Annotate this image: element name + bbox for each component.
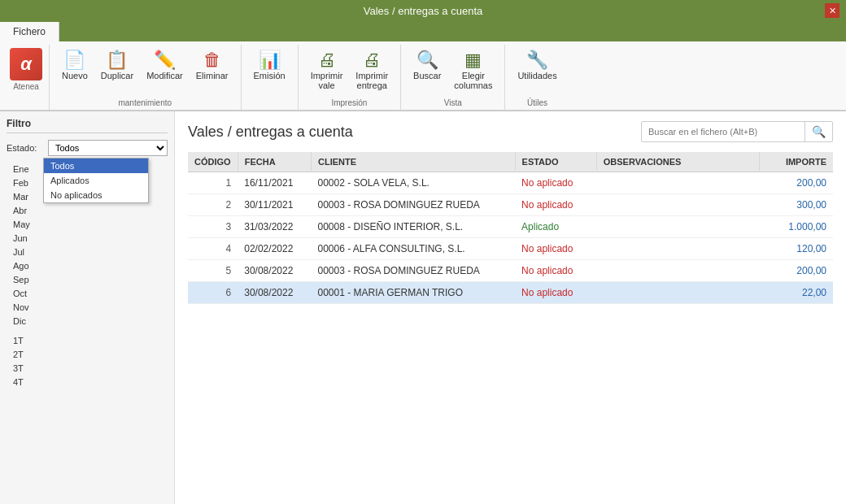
eliminar-button[interactable]: 🗑 Eliminar bbox=[190, 48, 234, 84]
cell-date: 30/08/2022 bbox=[238, 282, 311, 304]
dropdown-item-todos[interactable]: Todos bbox=[44, 159, 148, 173]
content-title: Vales / entregas a cuenta bbox=[188, 124, 353, 141]
impresion-label: Impresión bbox=[303, 97, 395, 110]
eliminar-icon: 🗑 bbox=[203, 51, 221, 69]
cell-observations bbox=[596, 238, 759, 260]
quarter-3t[interactable]: 3T bbox=[7, 362, 168, 375]
month-ago[interactable]: Ago bbox=[7, 259, 168, 272]
tab-fichero[interactable]: Fichero bbox=[0, 22, 59, 41]
search-box: 🔍 bbox=[641, 121, 833, 142]
duplicar-button[interactable]: 📋 Duplicar bbox=[95, 48, 139, 84]
imprimir-vale-button[interactable]: 🖨 Imprimir vale bbox=[305, 48, 349, 93]
month-sep[interactable]: Sep bbox=[7, 273, 168, 286]
search-button[interactable]: 🔍 bbox=[805, 122, 832, 141]
quarter-1t[interactable]: 1T bbox=[7, 334, 168, 347]
table-row[interactable]: 5 30/08/2022 00003 - ROSA DOMINGUEZ RUED… bbox=[188, 260, 833, 282]
cell-date: 30/11/2021 bbox=[238, 194, 311, 216]
table-row[interactable]: 3 31/03/2022 00008 - DISEÑO INTERIOR, S.… bbox=[188, 216, 833, 238]
data-table: CÓDIGO FECHA CLIENTE ESTADO OBSERVACIONE… bbox=[188, 152, 833, 304]
sidebar: Filtro Estado: Todos Aplicados No aplica… bbox=[0, 111, 175, 504]
col-header-status: ESTADO bbox=[515, 152, 596, 172]
month-may[interactable]: May bbox=[7, 218, 168, 231]
cell-client: 00002 - SOLA VELA, S.L. bbox=[311, 172, 515, 194]
buscar-button[interactable]: 🔍 Buscar bbox=[408, 48, 447, 84]
month-jul[interactable]: Jul bbox=[7, 245, 168, 259]
cell-amount: 22,00 bbox=[760, 282, 833, 304]
imprimir-entrega-icon: 🖨 bbox=[363, 51, 381, 69]
col-header-obs: OBSERVACIONES bbox=[596, 152, 759, 172]
utiles-buttons: 🔧 Utilidades bbox=[510, 45, 564, 87]
content-area: Vales / entregas a cuenta 🔍 CÓDIGO FECHA… bbox=[175, 111, 846, 504]
month-jun[interactable]: Jun bbox=[7, 232, 168, 245]
imprimir-vale-icon: 🖨 bbox=[318, 51, 336, 69]
modificar-button[interactable]: ✏️ Modificar bbox=[141, 48, 189, 84]
col-header-amount: IMPORTE bbox=[760, 152, 833, 172]
cell-observations bbox=[596, 216, 759, 238]
cell-observations bbox=[596, 260, 759, 282]
cell-code: 2 bbox=[188, 194, 238, 216]
cell-code: 1 bbox=[188, 172, 238, 194]
elegir-columnas-icon: ▦ bbox=[464, 51, 482, 69]
ribbon-group-mantenimiento: 📄 Nuevo 📋 Duplicar ✏️ Modificar 🗑 Elimin… bbox=[50, 45, 242, 110]
utilidades-button[interactable]: 🔧 Utilidades bbox=[512, 48, 562, 84]
estado-select[interactable]: Todos Aplicados No aplicados bbox=[48, 140, 168, 156]
ribbon-group-emision: 📊 Emisión bbox=[242, 45, 299, 110]
cell-client: 00008 - DISEÑO INTERIOR, S.L. bbox=[311, 216, 515, 238]
search-input[interactable] bbox=[642, 124, 805, 140]
mantenimiento-buttons: 📄 Nuevo 📋 Duplicar ✏️ Modificar 🗑 Elimin… bbox=[55, 45, 236, 87]
atenea-label: Atenea bbox=[13, 82, 39, 91]
close-button[interactable]: ✕ bbox=[825, 3, 839, 18]
cell-amount: 1.000,00 bbox=[760, 216, 833, 238]
modificar-icon: ✏️ bbox=[154, 51, 176, 69]
mantenimiento-label: mantenimiento bbox=[55, 97, 236, 110]
quarter-2t[interactable]: 2T bbox=[7, 348, 168, 361]
cell-code: 6 bbox=[188, 282, 238, 304]
utilidades-icon: 🔧 bbox=[526, 51, 548, 69]
cell-date: 16/11/2021 bbox=[238, 172, 311, 194]
cell-status: No aplicado bbox=[515, 194, 596, 216]
emision-label bbox=[246, 106, 293, 110]
cell-client: 00001 - MARIA GERMAN TRIGO bbox=[311, 282, 515, 304]
emision-icon: 📊 bbox=[259, 51, 281, 69]
cell-code: 4 bbox=[188, 238, 238, 260]
duplicar-icon: 📋 bbox=[106, 51, 128, 69]
nuevo-button[interactable]: 📄 Nuevo bbox=[56, 48, 94, 84]
table-header-row: CÓDIGO FECHA CLIENTE ESTADO OBSERVACIONE… bbox=[188, 152, 833, 172]
vista-label: Vista bbox=[406, 97, 499, 110]
quarter-4t[interactable]: 4T bbox=[7, 376, 168, 389]
cell-client: 00003 - ROSA DOMINGUEZ RUEDA bbox=[311, 260, 515, 282]
imprimir-entrega-button[interactable]: 🖨 Imprimir entrega bbox=[350, 48, 394, 93]
cell-status: No aplicado bbox=[515, 260, 596, 282]
cell-observations bbox=[596, 282, 759, 304]
cell-amount: 200,00 bbox=[760, 172, 833, 194]
cell-observations bbox=[596, 172, 759, 194]
month-oct[interactable]: Oct bbox=[7, 287, 168, 300]
table-row[interactable]: 2 30/11/2021 00003 - ROSA DOMINGUEZ RUED… bbox=[188, 194, 833, 216]
dropdown-item-aplicados[interactable]: Aplicados bbox=[44, 173, 148, 188]
month-nov[interactable]: Nov bbox=[7, 301, 168, 314]
cell-status: No aplicado bbox=[515, 172, 596, 194]
month-dic[interactable]: Dic bbox=[7, 315, 168, 328]
content-header: Vales / entregas a cuenta 🔍 bbox=[188, 121, 833, 142]
month-abr[interactable]: Abr bbox=[7, 204, 168, 217]
impresion-buttons: 🖨 Imprimir vale 🖨 Imprimir entrega bbox=[303, 45, 395, 97]
cell-client: 00006 - ALFA CONSULTING, S.L. bbox=[311, 238, 515, 260]
estado-label: Estado: bbox=[7, 143, 43, 153]
utiles-label: Útiles bbox=[510, 97, 564, 110]
ribbon-tabs: Fichero bbox=[0, 22, 846, 41]
window-title: Vales / entregas a cuenta bbox=[364, 5, 482, 17]
nuevo-icon: 📄 bbox=[63, 51, 85, 69]
filter-title: Filtro bbox=[7, 118, 168, 133]
emision-button[interactable]: 📊 Emisión bbox=[248, 48, 291, 84]
cell-amount: 120,00 bbox=[760, 238, 833, 260]
table-row[interactable]: 6 30/08/2022 00001 - MARIA GERMAN TRIGO … bbox=[188, 282, 833, 304]
cell-status: No aplicado bbox=[515, 282, 596, 304]
table-row[interactable]: 1 16/11/2021 00002 - SOLA VELA, S.L. No … bbox=[188, 172, 833, 194]
table-row[interactable]: 4 02/02/2022 00006 - ALFA CONSULTING, S.… bbox=[188, 238, 833, 260]
elegir-columnas-button[interactable]: ▦ Elegir columnas bbox=[448, 48, 498, 93]
cell-date: 31/03/2022 bbox=[238, 216, 311, 238]
col-header-date: FECHA bbox=[238, 152, 311, 172]
vista-buttons: 🔍 Buscar ▦ Elegir columnas bbox=[406, 45, 499, 97]
ribbon-group-utiles: 🔧 Utilidades Útiles bbox=[505, 45, 569, 110]
dropdown-item-no-aplicados[interactable]: No aplicados bbox=[44, 188, 148, 202]
